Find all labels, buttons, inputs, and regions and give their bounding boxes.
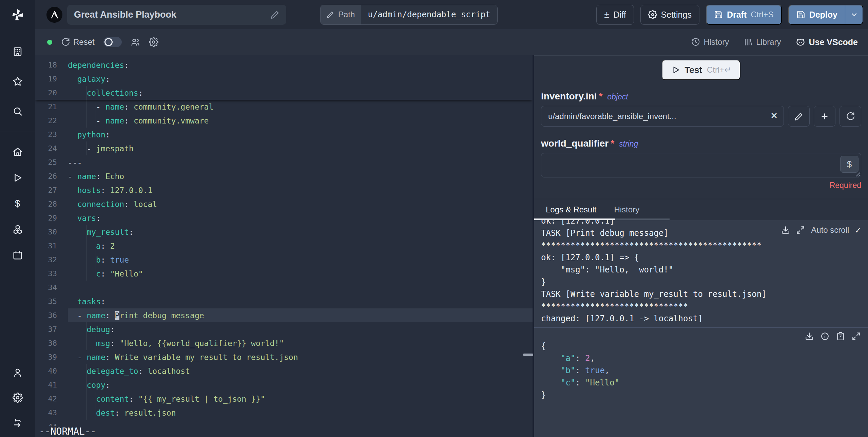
code-line[interactable]: 30my_result:: [35, 225, 533, 239]
home-icon[interactable]: [12, 147, 23, 157]
library-button[interactable]: Library: [744, 37, 781, 47]
building-icon[interactable]: [12, 46, 23, 57]
download-icon[interactable]: [805, 332, 814, 341]
windmill-logo[interactable]: [11, 0, 25, 30]
ansible-logo: [46, 7, 62, 23]
code-line[interactable]: 43dest: result.json: [35, 406, 533, 420]
expand-icon[interactable]: [852, 332, 861, 341]
autoscroll-label[interactable]: Auto scroll: [811, 225, 849, 235]
code-line[interactable]: 39- name: Write variable my_result to re…: [35, 350, 533, 364]
code-line[interactable]: 38msg: "Hello, {{world_qualifier}} world…: [35, 336, 533, 350]
code-line[interactable]: 22- name: community.vmware: [35, 114, 533, 128]
info-icon[interactable]: [821, 332, 829, 341]
log-line: changed: [127.0.0.1 -> localhost]: [541, 312, 868, 325]
dollar-icon[interactable]: $: [12, 198, 23, 209]
code-line[interactable]: 34: [35, 281, 533, 294]
library-icon: [744, 38, 753, 46]
calendar-icon[interactable]: [12, 250, 23, 261]
line-number: 24: [35, 144, 68, 153]
diff-label: Diff: [614, 10, 626, 20]
draft-button[interactable]: Draft Ctrl+S: [706, 5, 782, 25]
sidebar: $: [0, 0, 35, 437]
inventory-resource-input[interactable]: [541, 106, 784, 127]
line-number: 23: [35, 130, 68, 139]
code-line[interactable]: 20collections:: [35, 86, 533, 100]
code-line[interactable]: 29vars:: [35, 211, 533, 225]
tab-history[interactable]: History: [614, 205, 639, 214]
log-line: "msg": "Hello, world!": [541, 264, 868, 276]
expand-icon[interactable]: [796, 226, 805, 234]
code-line[interactable]: 27hosts: 127.0.0.1: [35, 183, 533, 197]
log-pane[interactable]: ok: [127.0.0.1]TASK [Print debug message…: [534, 220, 868, 327]
world-qualifier-input[interactable]: [541, 153, 861, 177]
search-icon[interactable]: [12, 106, 23, 117]
code-line[interactable]: 42content: "{{ my_result | to_json }}": [35, 392, 533, 406]
code-line[interactable]: 25---: [35, 155, 533, 169]
code-line[interactable]: 31a: 2: [35, 239, 533, 253]
boxes-icon[interactable]: [12, 224, 23, 235]
clock-history-icon: [691, 38, 700, 46]
code-line[interactable]: 33c: "Hello": [35, 267, 533, 281]
path-badge[interactable]: Path u/admin/dependable_script: [320, 5, 498, 25]
diff-button[interactable]: ± Diff: [596, 5, 634, 25]
code-line[interactable]: 19galaxy:: [35, 72, 533, 86]
log-line: }: [541, 276, 868, 288]
download-icon[interactable]: [781, 226, 790, 234]
code-line[interactable]: 40delegate_to: localhost: [35, 364, 533, 378]
resize-handle-icon[interactable]: [523, 354, 533, 356]
code-line[interactable]: 41copy:: [35, 378, 533, 392]
code-line[interactable]: 26- name: Echo: [35, 169, 533, 183]
reset-button[interactable]: Reset: [61, 37, 95, 47]
code-line[interactable]: 36- name: Print debug message: [35, 308, 533, 322]
draft-kbd: Ctrl+S: [751, 10, 773, 19]
gear-icon[interactable]: [149, 37, 158, 47]
insert-variable-button[interactable]: $: [840, 156, 859, 173]
code-line[interactable]: 23python:: [35, 128, 533, 141]
refresh-resource-button[interactable]: [840, 106, 861, 127]
code-line[interactable]: 28connection: local: [35, 197, 533, 211]
code-line[interactable]: 35tasks:: [35, 294, 533, 308]
pencil-icon[interactable]: [271, 10, 279, 19]
exit-arrow-icon[interactable]: [12, 417, 23, 428]
settings-button[interactable]: Settings: [640, 5, 699, 25]
settings-label: Settings: [661, 10, 692, 20]
code-editor[interactable]: 18dependencies:19galaxy:20collections: 2…: [35, 55, 533, 437]
code-line[interactable]: 32b: true: [35, 253, 533, 267]
code-line[interactable]: 44: [35, 420, 533, 434]
check-icon[interactable]: ✓: [855, 225, 861, 235]
clipboard-icon[interactable]: [836, 332, 845, 341]
script-title-box[interactable]: Great Ansible Playbook: [67, 5, 286, 25]
edit-resource-button[interactable]: [788, 106, 810, 127]
person-icon[interactable]: [12, 367, 23, 378]
add-resource-button[interactable]: [814, 106, 835, 127]
close-icon[interactable]: ✕: [770, 111, 778, 121]
line-number: 30: [35, 228, 68, 236]
star-icon[interactable]: [12, 76, 23, 87]
use-vscode-button[interactable]: Use VScode: [796, 37, 858, 47]
code-line[interactable]: 18dependencies:: [35, 58, 533, 72]
line-number: 31: [35, 242, 68, 250]
result-pane[interactable]: { "a": 2, "b": true, "c": "Hello"}: [534, 327, 868, 437]
result-json: { "a": 2, "b": true, "c": "Hello"}: [541, 340, 868, 401]
refresh-icon: [846, 112, 855, 121]
test-button[interactable]: Test Ctrl+↵: [662, 60, 741, 80]
log-line: ****************************************…: [541, 239, 868, 251]
required-star: *: [611, 138, 614, 149]
play-icon[interactable]: [12, 172, 23, 183]
pencil-icon: [327, 11, 334, 18]
line-number: 43: [35, 408, 68, 417]
diff-toggle[interactable]: [103, 37, 122, 47]
chevron-down-icon: [850, 11, 858, 19]
users-icon[interactable]: [131, 37, 140, 47]
gear-icon[interactable]: [12, 392, 23, 403]
tab-logs-result[interactable]: Logs & Result: [546, 205, 596, 214]
history-button[interactable]: History: [691, 37, 729, 47]
deploy-button[interactable]: Deploy: [788, 5, 863, 25]
plus-icon: [820, 112, 829, 121]
field-name: world_qualifier: [541, 138, 609, 149]
code-line[interactable]: 37debug:: [35, 322, 533, 336]
code-line[interactable]: 21- name: community.general: [35, 100, 533, 114]
code-line[interactable]: 24- jmespath: [35, 141, 533, 155]
deploy-dropdown[interactable]: [845, 5, 863, 24]
pencil-icon: [794, 112, 803, 121]
